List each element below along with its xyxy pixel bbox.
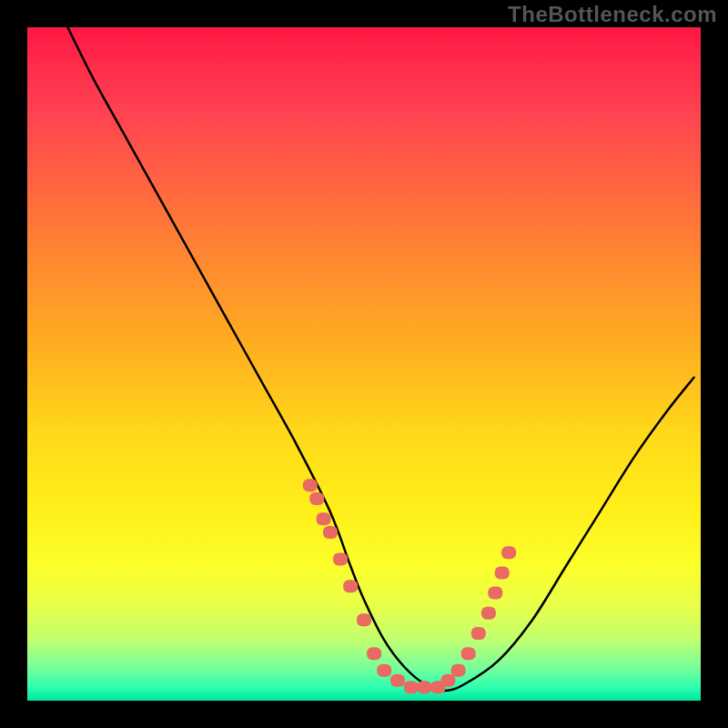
curve-markers <box>303 479 516 693</box>
curve-marker <box>390 674 405 687</box>
curve-marker <box>323 526 338 539</box>
curve-marker <box>309 492 324 505</box>
curve-marker <box>441 674 456 687</box>
chart-overlay <box>27 27 701 701</box>
curve-marker <box>451 664 466 677</box>
curve-marker <box>495 566 510 579</box>
curve-marker <box>481 607 496 620</box>
curve-marker <box>303 479 318 491</box>
curve-marker <box>418 681 432 693</box>
chart-root: TheBottleneck.com <box>0 0 728 728</box>
plot-area <box>27 27 701 701</box>
curve-marker <box>367 647 381 660</box>
curve-marker <box>488 587 502 600</box>
curve-marker <box>501 546 516 559</box>
curve-marker <box>461 647 476 660</box>
curve-marker <box>317 512 331 525</box>
curve-marker <box>343 580 358 592</box>
curve-marker <box>404 681 419 693</box>
bottleneck-curve <box>67 27 693 691</box>
curve-marker <box>471 627 486 640</box>
watermark-text: TheBottleneck.com <box>508 2 717 27</box>
curve-marker <box>333 553 348 566</box>
curve-marker <box>357 613 371 626</box>
curve-marker <box>377 664 391 677</box>
